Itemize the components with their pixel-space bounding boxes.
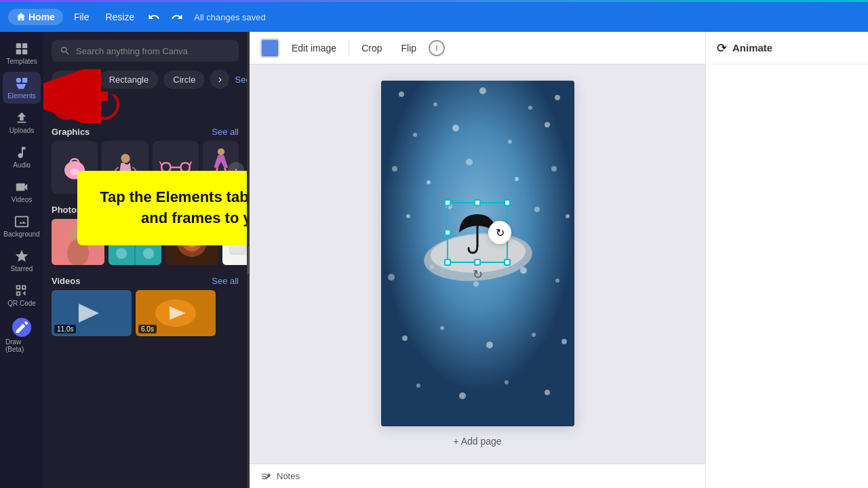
handle-top-left[interactable] xyxy=(444,199,451,206)
svg-point-51 xyxy=(534,207,540,212)
svg-point-60 xyxy=(486,342,493,348)
svg-point-38 xyxy=(555,95,560,100)
sidebar-label-videos: Videos xyxy=(12,196,32,203)
svg-point-66 xyxy=(545,390,550,395)
info-button[interactable]: i xyxy=(429,40,445,56)
sidebar-item-audio[interactable]: Audio xyxy=(3,141,41,173)
svg-rect-3 xyxy=(22,49,27,54)
right-panel-header: ⟳ Animate xyxy=(706,32,868,64)
chip-rectangle[interactable]: Rectangle xyxy=(100,70,159,89)
svg-point-63 xyxy=(416,384,420,388)
svg-rect-1 xyxy=(22,43,27,48)
toolbar-separator-1 xyxy=(349,40,349,56)
svg-rect-2 xyxy=(16,49,21,54)
notes-label: Notes xyxy=(277,471,300,481)
svg-point-57 xyxy=(555,279,559,283)
svg-point-61 xyxy=(532,333,536,337)
undo-button[interactable] xyxy=(145,8,163,26)
canvas-image: ↻ ↻ xyxy=(381,81,574,426)
rotate-handle[interactable]: ↻ xyxy=(471,267,484,281)
sidebar-label-templates: Templates xyxy=(6,58,37,65)
home-button[interactable]: Home xyxy=(8,9,63,25)
left-panel: Paper Rectangle Circle › See all Graphic… xyxy=(43,32,247,488)
chip-paper[interactable]: Paper xyxy=(52,70,94,89)
svg-point-40 xyxy=(452,125,459,131)
crop-button[interactable]: Crop xyxy=(355,39,389,58)
video-duration-2: 6.0s xyxy=(138,325,157,333)
color-picker[interactable] xyxy=(260,39,279,58)
right-panel: ⟳ Animate xyxy=(705,32,868,488)
svg-point-65 xyxy=(505,380,509,384)
notes-bar: Notes xyxy=(250,464,705,488)
chip-circle[interactable]: Circle xyxy=(163,70,205,89)
handle-top-right[interactable] xyxy=(504,199,511,206)
svg-point-45 xyxy=(466,159,473,165)
svg-point-52 xyxy=(566,214,570,218)
svg-rect-5 xyxy=(22,78,27,83)
handle-top-mid[interactable] xyxy=(474,199,481,206)
sidebar-label-uploads: Uploads xyxy=(9,127,35,134)
shapes-see-all[interactable]: See all xyxy=(235,75,247,85)
sidebar-item-uploads[interactable]: Uploads xyxy=(3,106,41,138)
canvas-scroll: ↻ ↻ + Add page xyxy=(250,64,705,464)
search-input-wrap[interactable] xyxy=(52,40,239,62)
videos-header: Videos See all xyxy=(43,270,247,290)
canvas-card[interactable]: ↻ ↻ xyxy=(381,81,574,426)
svg-point-37 xyxy=(528,106,532,110)
handle-bottom-mid[interactable] xyxy=(474,259,481,266)
svg-point-35 xyxy=(433,102,437,106)
annotation-circles xyxy=(43,94,247,121)
animate-label: Animate xyxy=(732,42,772,54)
sidebar-label-starred: Starred xyxy=(11,265,33,272)
video-duration-1: 11.0s xyxy=(54,325,76,333)
svg-point-58 xyxy=(402,336,408,341)
svg-rect-0 xyxy=(16,43,21,48)
sidebar-item-starred[interactable]: Starred xyxy=(3,245,41,277)
sidebar-item-draw[interactable]: Draw (Beta) xyxy=(3,314,41,357)
svg-point-42 xyxy=(545,122,550,127)
sidebar-item-videos[interactable]: Videos xyxy=(3,176,41,207)
canvas-toolbar: Edit image Crop Flip i xyxy=(250,32,705,64)
animate-icon: ⟳ xyxy=(717,41,727,56)
sidebar-item-templates[interactable]: Templates xyxy=(3,37,41,69)
tooltip-text: Tap the Elements tab to add shapes, grap… xyxy=(99,187,247,229)
edit-image-button[interactable]: Edit image xyxy=(285,39,343,58)
video-thumb-2[interactable]: 6.0s xyxy=(136,290,216,336)
canvas-area: Edit image Crop Flip i xyxy=(250,32,705,488)
handle-left-mid[interactable] xyxy=(444,229,451,236)
chips-scroll-right[interactable]: › xyxy=(210,70,229,89)
graphics-header: Graphics See all xyxy=(43,121,247,141)
svg-point-48 xyxy=(406,214,410,218)
sidebar-label-background: Background xyxy=(3,230,39,238)
file-button[interactable]: File xyxy=(68,9,95,25)
handle-bottom-left[interactable] xyxy=(444,259,451,266)
main-layout: Templates Elements Uploads Audio Videos … xyxy=(0,32,868,488)
home-label: Home xyxy=(28,12,55,22)
svg-point-36 xyxy=(479,87,486,94)
sidebar-label-draw: Draw (Beta) xyxy=(5,338,38,353)
svg-point-64 xyxy=(459,392,466,399)
top-bar: Home File Resize All changes saved xyxy=(0,2,868,32)
resize-button[interactable]: Resize xyxy=(100,9,140,25)
sidebar-item-elements[interactable]: Elements xyxy=(3,72,41,104)
sidebar-icons: Templates Elements Uploads Audio Videos … xyxy=(0,32,43,488)
graphics-see-all[interactable]: See all xyxy=(212,127,239,137)
shape-chips-row: Paper Rectangle Circle › See all xyxy=(43,67,247,94)
svg-point-55 xyxy=(473,281,479,287)
svg-point-11 xyxy=(218,148,224,155)
add-page-button[interactable]: + Add page xyxy=(381,426,574,456)
flip-button[interactable]: Flip xyxy=(395,39,424,58)
redo-button[interactable] xyxy=(168,8,186,26)
side-rotate-button[interactable]: ↻ xyxy=(488,221,511,244)
sidebar-item-qrcode[interactable]: QR Code xyxy=(3,279,41,311)
sidebar-item-background[interactable]: Background xyxy=(3,210,41,242)
sidebar-label-elements: Elements xyxy=(7,92,36,100)
search-input[interactable] xyxy=(76,46,231,56)
handle-bottom-right[interactable] xyxy=(504,259,511,266)
canvas-wrapper: ↻ ↻ + Add page xyxy=(381,81,574,456)
videos-see-all[interactable]: See all xyxy=(212,276,239,286)
sidebar-label-audio: Audio xyxy=(13,161,31,169)
video-thumb-1[interactable]: 11.0s xyxy=(52,290,132,336)
svg-point-41 xyxy=(508,140,512,144)
search-icon xyxy=(60,45,71,56)
